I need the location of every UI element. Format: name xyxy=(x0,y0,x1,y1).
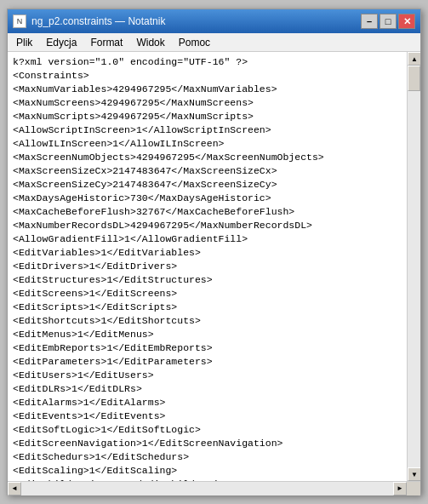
scroll-track-h[interactable] xyxy=(21,482,393,495)
text-line: <EditUsers>1</EditUsers> xyxy=(13,369,402,382)
text-line: <EditShortcuts>1</EditShortcuts> xyxy=(13,314,402,328)
text-line: <EditScreenNavigation>1</EditScreenNavig… xyxy=(13,437,402,450)
text-line: k?xml version="1.0" encoding="UTF-16" ?> xyxy=(13,55,402,69)
text-line: <AllowScriptInScreen>1</AllowScriptInScr… xyxy=(13,123,402,137)
text-line: <MaxDaysAgeHistoric>730</MaxDaysAgeHisto… xyxy=(13,192,402,205)
text-editor[interactable]: k?xml version="1.0" encoding="UTF-16" ?>… xyxy=(8,52,407,481)
text-line: <EditEvents>1</EditEvents> xyxy=(13,410,402,423)
text-line: <EditScripts>1</EditScripts> xyxy=(13,301,402,314)
maximize-button[interactable]: □ xyxy=(379,14,397,29)
text-line: <EditScaling>1</EditScaling> xyxy=(13,464,402,478)
text-line: <AllowGradientFill>1</AllowGradientFill> xyxy=(13,232,402,246)
app-icon: N xyxy=(13,14,26,28)
text-line: <EditScreens>1</EditScreens> xyxy=(13,287,402,301)
text-line: <MaxScreenSizeCx>2147483647</MaxScreenSi… xyxy=(13,164,402,178)
title-buttons: – □ ✕ xyxy=(361,14,415,29)
scrollbar-corner xyxy=(407,482,420,495)
text-line: <EditEmbReports>1</EditEmbReports> xyxy=(13,341,402,355)
minimize-button[interactable]: – xyxy=(361,14,378,29)
text-line: <MaxCacheBeforeFlush>32767</MaxCacheBefo… xyxy=(13,205,402,219)
close-button[interactable]: ✕ xyxy=(398,14,415,29)
text-line: <MaxNumScripts>4294967295</MaxNumScripts… xyxy=(13,110,402,123)
text-line: <EditParameters>1</EditParameters> xyxy=(13,355,402,369)
text-line: <EditStructures>1</EditStructures> xyxy=(13,273,402,287)
scroll-thumb-v[interactable] xyxy=(408,66,420,91)
menu-plik[interactable]: Plik xyxy=(9,35,39,50)
menu-bar: Plik Edycja Format Widok Pomoc xyxy=(8,33,420,52)
text-line: <MaxNumberRecordsDL>4294967295</MaxNumbe… xyxy=(13,219,402,232)
text-line: <EditAlarms>1</EditAlarms> xyxy=(13,396,402,410)
menu-edycja[interactable]: Edycja xyxy=(39,35,83,50)
menu-widok[interactable]: Widok xyxy=(129,35,171,50)
text-line: <EditSchedurs>1</EditSchedurs> xyxy=(13,450,402,464)
text-line: <EditChildProjects>1</EditChildProjects> xyxy=(13,478,402,481)
menu-pomoc[interactable]: Pomoc xyxy=(172,35,217,50)
scroll-left-button[interactable]: ◄ xyxy=(8,482,21,495)
notepad-window: N ng_p2.constraints — Notatnik – □ ✕ Pli… xyxy=(7,9,421,495)
horizontal-scrollbar[interactable]: ◄ ► xyxy=(8,482,407,495)
text-line: <MaxScreenSizeCy>2147483647</MaxScreenSi… xyxy=(13,178,402,192)
text-line: <MaxNumScreens>4294967295</MaxNumScreens… xyxy=(13,96,402,110)
text-line: <EditDrivers>1</EditDrivers> xyxy=(13,260,402,273)
text-line: <EditSoftLogic>1</EditSoftLogic> xyxy=(13,423,402,437)
text-line: <AllowILInScreen>1</AllowILInScreen> xyxy=(13,137,402,151)
scroll-right-button[interactable]: ► xyxy=(393,482,407,495)
content-area: k?xml version="1.0" encoding="UTF-16" ?>… xyxy=(8,52,420,481)
text-line: <EditVariables>1</EditVariables> xyxy=(13,246,402,260)
scroll-up-button[interactable]: ▲ xyxy=(408,52,420,66)
scroll-down-button[interactable]: ▼ xyxy=(408,467,420,481)
vertical-scrollbar[interactable]: ▲ ▼ xyxy=(407,52,420,481)
window-title: ng_p2.constraints — Notatnik xyxy=(31,15,165,27)
text-line: <Constraints> xyxy=(13,69,402,83)
title-bar: N ng_p2.constraints — Notatnik – □ ✕ xyxy=(8,9,420,33)
title-bar-left: N ng_p2.constraints — Notatnik xyxy=(13,14,165,28)
bottom-area: ◄ ► xyxy=(8,481,420,495)
text-line: <MaxScreenNumObjects>4294967295</MaxScre… xyxy=(13,151,402,164)
text-line: <EditMenus>1</EditMenus> xyxy=(13,328,402,341)
scroll-track-v[interactable] xyxy=(408,66,420,467)
text-line: <MaxNumVariables>4294967295</MaxNumVaria… xyxy=(13,83,402,96)
text-line: <EditDLRs>1</EditDLRs> xyxy=(13,382,402,396)
menu-format[interactable]: Format xyxy=(83,35,129,50)
